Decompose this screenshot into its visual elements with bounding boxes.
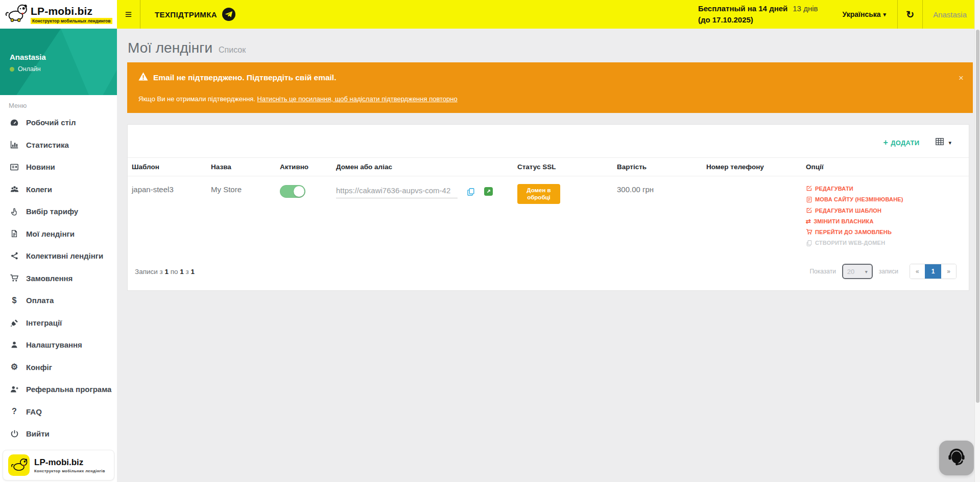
cell-active (276, 176, 332, 256)
chevron-down-icon: ▾ (883, 11, 887, 18)
edit-icon (806, 207, 812, 214)
option-go-to-orders[interactable]: ПЕРЕЙТИ ДО ЗАМОВЛЕНЬ (806, 228, 965, 235)
option-change-owner[interactable]: ⇄ ЗМІНИТИ ВЛАСНИКА (806, 218, 965, 224)
sidebar-item-referral[interactable]: Реферальна програма (0, 378, 117, 401)
sidebar-item-my-landings[interactable]: Мої лендінги (0, 223, 117, 245)
active-toggle[interactable] (280, 185, 305, 198)
topbar: LP-mobi.biz Конструктор мобильных лендин… (0, 0, 980, 29)
power-icon (9, 429, 19, 438)
app-icon (8, 454, 30, 476)
footer-logo-subtitle: Конструктор мобільних лендінгів (34, 469, 105, 473)
clone-icon (806, 240, 812, 246)
option-edit-template[interactable]: РЕДАГУВАТИ ШАБЛОН (806, 207, 965, 214)
open-external-icon[interactable] (484, 187, 493, 196)
plug-icon (9, 318, 19, 327)
sidebar-item-config[interactable]: ⚙ Конфіг (0, 356, 117, 379)
share-icon (9, 251, 19, 260)
columns-dropdown[interactable]: ▾ (935, 137, 951, 148)
user-plus-icon (9, 385, 19, 394)
col-template: Шаблон (128, 158, 207, 176)
copy-icon[interactable] (466, 187, 475, 197)
pagination: « 1 » (910, 264, 957, 279)
sidebar-item-statistics[interactable]: Статистика (0, 134, 117, 156)
refresh-button[interactable]: ↻ (898, 0, 922, 29)
cell-price: 300.00 грн (613, 176, 702, 256)
card-toolbar: + ДОДАТИ ▾ (128, 125, 969, 157)
exchange-icon: ⇄ (806, 218, 811, 224)
scrollbar-thumb[interactable] (976, 30, 979, 403)
sidebar-item-faq[interactable]: ? FAQ (0, 401, 117, 423)
col-options: Опції (802, 158, 969, 176)
news-icon (9, 163, 19, 172)
sidebar-footer-logo[interactable]: LP-mobi.biz Конструктор мобільних лендін… (3, 450, 114, 480)
pager-prev-button[interactable]: « (910, 264, 925, 279)
trial-days-left: 13 днів (793, 3, 818, 14)
resend-confirmation-link[interactable]: Натисніть це посилання, щоб надіслати пі… (257, 95, 458, 103)
option-site-language[interactable]: МОВА САЙТУ (НЕЗМІНЮВАНЕ) (806, 196, 965, 203)
table-row: japan-steel3 My Store (128, 176, 969, 256)
logo-title: LP-mobi.biz (31, 5, 112, 17)
trial-until-date: (до 17.10.2025) (698, 14, 818, 26)
sidebar-item-integrations[interactable]: Інтеграції (0, 312, 117, 334)
sidebar-item-logout[interactable]: Вийти (0, 423, 117, 445)
page-size-select[interactable]: 20 ▾ (842, 264, 873, 279)
col-domain: Домен або аліас (332, 158, 513, 176)
close-icon[interactable]: × (959, 74, 964, 82)
scrollbar-track (974, 0, 980, 482)
ssl-status-badge: Домен в обробці (517, 184, 560, 204)
topbar-username[interactable]: Anastasia (923, 0, 980, 29)
col-price: Вартість (613, 158, 702, 176)
sidebar-user-name: Anastasia (10, 53, 46, 61)
cell-ssl-status: Домен в обробці (513, 176, 613, 256)
domain-input[interactable] (336, 185, 458, 198)
plus-icon: + (883, 138, 889, 147)
sidebar-item-news[interactable]: Новини (0, 156, 117, 178)
sidebar-menu: Робочий стіл Статистика Новини Колеги (0, 111, 117, 445)
option-edit[interactable]: РЕДАГУВАТИ (806, 185, 965, 192)
col-active: Активно (276, 158, 332, 176)
table-header-row: Шаблон Назва Активно Домен або аліас Ста… (128, 158, 969, 176)
sidebar-item-collective-landings[interactable]: Колективні лендінги (0, 245, 117, 267)
cart-icon (806, 228, 812, 235)
sidebar: Anastasia Онлайн Меню Робочий стіл Стати… (0, 29, 117, 482)
support-chat-widget[interactable] (939, 441, 974, 475)
email-alert-banner: Email не підтверджено. Підтвердіть свій … (127, 62, 973, 113)
sidebar-item-dashboard[interactable]: Робочий стіл (0, 111, 117, 134)
dashboard-icon (9, 118, 19, 127)
main-content: Мої лендінги Список Email не підтверджен… (117, 29, 980, 482)
language-file-icon (806, 196, 812, 203)
users-icon (9, 185, 19, 194)
trial-info: Бесплатный на 14 дней 13 днів (до 17.10.… (698, 0, 818, 29)
sidebar-item-settings[interactable]: Налаштування (0, 334, 117, 356)
col-phone: Номер телефону (702, 158, 802, 176)
table-footer: Записи з 1 по 1 з 1 Показати 20 ▾ записи… (128, 256, 969, 280)
sidebar-item-orders[interactable]: Замовлення (0, 267, 117, 290)
pager-page-1[interactable]: 1 (925, 264, 942, 279)
dog-mascot-icon (4, 3, 28, 26)
language-select[interactable]: Українська ▾ (831, 0, 897, 29)
online-status-dot (10, 67, 14, 72)
hand-pointer-icon (9, 207, 19, 216)
sidebar-user-panel: Anastasia Онлайн (0, 29, 117, 95)
alert-text: Якщо Ви не отримали підтвердження. (138, 95, 257, 103)
hamburger-menu-button[interactable]: ≡ (117, 0, 140, 29)
cart-icon (9, 273, 19, 283)
file-icon (9, 229, 19, 238)
caret-down-icon: ▾ (948, 140, 951, 146)
cell-phone (702, 176, 802, 256)
support-link[interactable]: ТЕХПІДТРИМКА (140, 0, 250, 29)
page-header: Мої лендінги Список (127, 29, 969, 62)
cell-domain (332, 176, 513, 256)
pager-next-button[interactable]: » (941, 264, 956, 279)
sidebar-item-payment[interactable]: $ Оплата (0, 289, 117, 312)
trial-title: Бесплатный на 14 дней (698, 3, 787, 14)
sidebar-item-tariff[interactable]: Вибір тарифу (0, 200, 117, 223)
col-name: Назва (207, 158, 276, 176)
bar-chart-icon (9, 140, 19, 149)
add-button[interactable]: + ДОДАТИ (883, 138, 920, 147)
option-create-web-domain: СТВОРИТИ WEB-ДОМЕН (806, 240, 965, 246)
app-logo[interactable]: LP-mobi.biz Конструктор мобильных лендин… (0, 0, 117, 29)
sidebar-item-colleagues[interactable]: Колеги (0, 178, 117, 201)
support-label: ТЕХПІДТРИМКА (155, 10, 217, 19)
hamburger-icon: ≡ (125, 8, 132, 21)
